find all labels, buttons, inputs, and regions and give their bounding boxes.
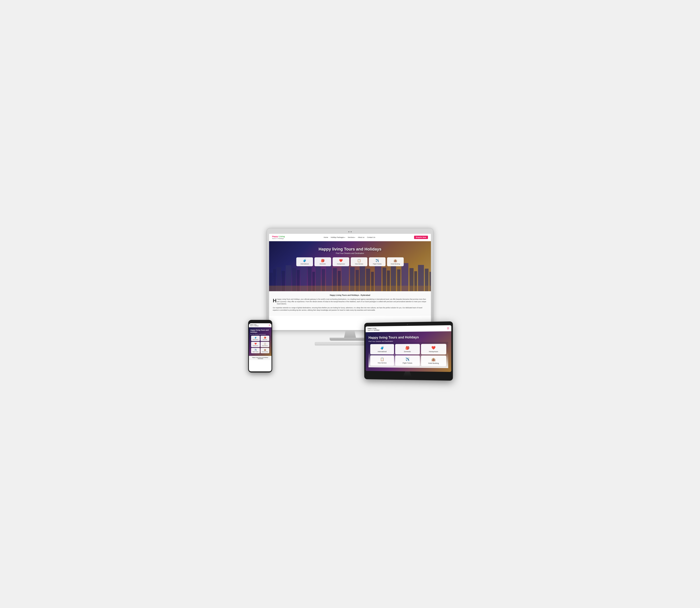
phone-card-honeymoon[interactable]: ❤️ Honeymoon (251, 342, 260, 347)
monitor-frame: Happy Living Tour's 'n' Holidays Home Ho… (267, 228, 433, 330)
website-nav: Happy Living Tour's 'n' Holidays Home Ho… (269, 234, 431, 241)
tablet-card-international[interactable]: 🧳 International (370, 344, 394, 354)
logo-living: Living (279, 235, 285, 238)
service-label-honeymoon: Honeymoon (337, 263, 345, 265)
phone-card-flight[interactable]: ✈️ Flight Tickets (251, 348, 260, 353)
content-body: H Happy Living Tours and Holidays, your … (273, 298, 427, 311)
visa-icon: 📋 (353, 259, 365, 262)
tablet-card-domestic[interactable]: 🎒 Domestic (395, 344, 420, 354)
tablet-card-visa[interactable]: 📋 Visa Service (370, 355, 394, 366)
tablet-label-flight: Flight Tickets (402, 362, 412, 364)
service-card-flight[interactable]: ✈️ Flight Tickets (369, 257, 385, 266)
phone-card-international[interactable]: 🧳 International (251, 336, 260, 341)
monitor-screen: Happy Living Tour's 'n' Holidays Home Ho… (269, 234, 431, 330)
phone-visa-icon: 📋 (262, 343, 268, 345)
phone-label-hotel: Hotel Booking (262, 351, 268, 352)
nav-logo-sub: Tour's 'n' Holidays (272, 238, 285, 240)
service-label-international: International (301, 263, 309, 265)
service-card-visa[interactable]: 📋 Visa Service (351, 257, 367, 266)
monitor-camera-dot (348, 231, 349, 232)
domestic-icon: 🎒 (317, 259, 329, 262)
service-card-hotel[interactable]: 🏨 Hotel Booking (387, 257, 404, 266)
tablet-hotel-icon: 🏨 (423, 357, 444, 362)
svg-rect-32 (269, 286, 431, 291)
tablet-card-flight[interactable]: ✈️ Flight Tickets (395, 356, 420, 366)
tablet-stand (402, 372, 413, 377)
phone-label-flight: Flight Tickets (252, 351, 258, 352)
nav-about[interactable]: About us (358, 236, 364, 238)
honeymoon-icon: ❤️ (335, 259, 347, 262)
phone-international-icon: 🧳 (252, 337, 259, 339)
phone-hero-title: Happy living Tours and Holidays (250, 329, 270, 333)
mobile-phone: Happy LivingTour's n' Holidays ☰ Happy l… (248, 320, 272, 373)
service-label-hotel: Hotel Booking (391, 263, 400, 265)
phone-hamburger-icon[interactable]: ☰ (269, 324, 270, 326)
tablet-hamburger-icon[interactable]: ☰ (447, 327, 450, 330)
tablet-hero: Happy living Tours and Holidays Find You… (366, 331, 452, 372)
tablet-international-icon: 🧳 (372, 346, 392, 350)
service-label-flight: Flight Tickets (373, 263, 382, 265)
phone-flight-icon: ✈️ (252, 349, 259, 351)
tablet-camera (407, 324, 408, 325)
scene: Happy Living Tour's 'n' Holidays Home Ho… (248, 228, 452, 380)
tablet-honeymoon-icon: ❤️ (423, 346, 444, 350)
content-paragraph-1: H Happy Living Tours and Holidays, your … (273, 298, 427, 305)
drop-cap: H (273, 298, 277, 303)
phone-label-visa: Visa Service (262, 345, 268, 346)
phone-label-honeymoon: Honeymoon (253, 345, 258, 346)
logo-happy: Happy (272, 235, 278, 238)
content-heading: Happy Living Tours and Holidays - Hydera… (273, 294, 427, 296)
tablet-label-international: International (378, 351, 386, 353)
nav-enquire-button[interactable]: Enquire Now (414, 236, 428, 239)
tablet-label-visa: Visa Service (378, 362, 386, 364)
tablet-visa-icon: 📋 (372, 357, 392, 361)
hero-content: Happy living Tours and Holidays Find You… (269, 241, 431, 266)
tablet-card-honeymoon[interactable]: ❤️ Honeymoon (421, 344, 446, 354)
tablet-domestic-icon: 🎒 (397, 346, 418, 350)
phone-card-hotel[interactable]: 🏨 Hotel Booking (261, 348, 269, 353)
tablet-screen: Happy LivingTour's n' Holidays ☰ Happy l… (366, 325, 452, 372)
phone-hero: Happy living Tours and Holidays Find You… (249, 327, 271, 356)
nav-services[interactable]: Services (348, 236, 355, 238)
phone-cards-grid: 🧳 International 🎒 Domestic ❤️ Honeymoon (250, 335, 270, 354)
phone-logo: Happy LivingTour's n' Holidays (250, 324, 259, 326)
tablet-device: Happy LivingTour's n' Holidays ☰ Happy l… (363, 322, 452, 380)
service-card-domestic[interactable]: 🎒 Domestic (315, 257, 331, 266)
service-label-domestic: Domestic (320, 263, 326, 265)
phone-frame: Happy LivingTour's n' Holidays ☰ Happy l… (248, 320, 272, 373)
phone-label-domestic: Domestic (263, 339, 267, 340)
content-paragraph-2: Our expertise extends to a range of glob… (273, 307, 427, 311)
phone-card-domestic[interactable]: 🎒 Domestic (261, 336, 269, 341)
monitor-stand-neck (343, 330, 357, 338)
monitor-camera-bar (269, 230, 431, 234)
nav-holiday-packages[interactable]: Holiday Packages (331, 236, 345, 238)
tablet-logo: Happy LivingTour's n' Holidays (367, 327, 379, 331)
hero-subtitle: Find Your Dreams and Destination (269, 252, 431, 254)
nav-logo: Happy Living Tour's 'n' Holidays (272, 235, 285, 240)
tablet-label-domestic: Domestic (404, 351, 411, 353)
phone-card-visa[interactable]: 📋 Visa Service (261, 342, 269, 347)
phone-domestic-icon: 🎒 (262, 337, 268, 339)
service-label-visa: Visa Service (355, 263, 363, 265)
tablet-hero-title: Happy living Tours and Holidays (368, 335, 448, 340)
phone-hotel-icon: 🏨 (262, 349, 268, 351)
nav-home[interactable]: Home (324, 236, 328, 238)
nav-links: Home Holiday Packages Services About us … (324, 236, 375, 238)
tablet-frame: Happy LivingTour's n' Holidays ☰ Happy l… (364, 321, 453, 381)
service-card-international[interactable]: 🧳 International (296, 257, 313, 266)
nav-logo-title: Happy Living (272, 235, 285, 238)
hero-title: Happy living Tours and Holidays (269, 247, 431, 252)
tablet-card-hotel[interactable]: 🏨 Hotel Booking (421, 356, 446, 366)
monitor-indicator-dot (351, 231, 352, 232)
tablet-nav: Happy LivingTour's n' Holidays ☰ (366, 325, 452, 332)
nav-contact[interactable]: Contact Us (367, 236, 375, 238)
flight-icon: ✈️ (371, 259, 383, 262)
phone-screen: Happy LivingTour's n' Holidays ☰ Happy l… (249, 323, 271, 372)
tablet-label-honeymoon: Honeymoon (429, 351, 438, 353)
service-card-honeymoon[interactable]: ❤️ Honeymoon (333, 257, 349, 266)
content-section: Happy Living Tours and Holidays - Hydera… (269, 291, 431, 316)
tablet-flight-icon: ✈️ (397, 357, 418, 362)
service-cards: 🧳 International 🎒 Domestic ❤️ Honeymoon (269, 257, 431, 266)
tablet-cards-grid: 🧳 International 🎒 Domestic ❤️ Honeymoon (368, 342, 448, 368)
international-icon: 🧳 (299, 259, 311, 262)
